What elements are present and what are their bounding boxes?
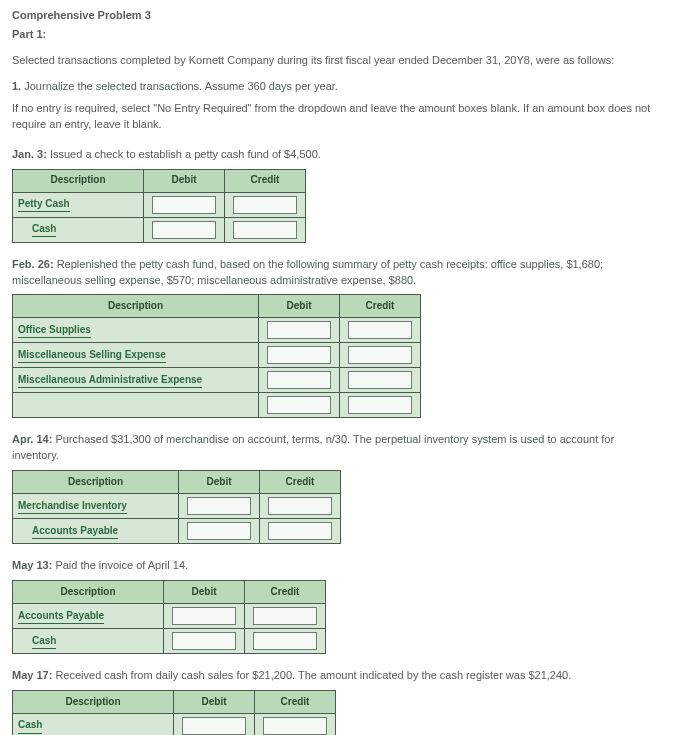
debit-input[interactable] <box>267 396 331 414</box>
col-debit: Debit <box>179 471 260 494</box>
step-1: 1. Journalize the selected transactions.… <box>12 79 662 95</box>
credit-cell <box>340 393 421 418</box>
account-name: Miscellaneous Administrative Expense <box>18 373 202 389</box>
credit-input[interactable] <box>268 497 332 515</box>
col-desc: Description <box>13 691 174 714</box>
debit-input[interactable] <box>267 371 331 389</box>
table-row <box>13 393 421 418</box>
debit-cell <box>164 604 245 629</box>
journal-table: DescriptionDebitCreditAccounts PayableCa… <box>12 580 326 654</box>
entry-date: Feb. 26: <box>12 258 54 270</box>
credit-cell <box>245 604 326 629</box>
credit-input[interactable] <box>348 371 412 389</box>
account-cell[interactable]: Miscellaneous Selling Expense <box>13 343 259 368</box>
col-debit: Debit <box>144 169 225 192</box>
account-cell[interactable]: Miscellaneous Administrative Expense <box>13 368 259 393</box>
entry-date: May 17: <box>12 669 52 681</box>
entry-text: Paid the invoice of April 14. <box>52 559 188 571</box>
account-name: Office Supplies <box>18 323 91 339</box>
col-credit: Credit <box>245 581 326 604</box>
journal-table: DescriptionDebitCreditMerchandise Invent… <box>12 470 341 544</box>
debit-input[interactable] <box>172 632 236 650</box>
account-name: Merchandise Inventory <box>18 499 127 515</box>
credit-cell <box>260 519 341 544</box>
debit-input[interactable] <box>172 607 236 625</box>
debit-cell <box>144 217 225 242</box>
table-row: Petty Cash <box>13 192 306 217</box>
col-credit: Credit <box>340 295 421 318</box>
entry-text: Replenished the petty cash fund, based o… <box>12 258 603 286</box>
account-cell[interactable]: Cash <box>13 629 164 654</box>
entry-text: Issued a check to establish a petty cash… <box>47 148 321 160</box>
credit-input[interactable] <box>253 632 317 650</box>
col-desc: Description <box>13 295 259 318</box>
debit-cell <box>259 368 340 393</box>
credit-cell <box>340 318 421 343</box>
credit-cell <box>340 368 421 393</box>
entry-text: Received cash from daily cash sales for … <box>52 669 571 681</box>
entry-date: Jan. 3: <box>12 148 47 160</box>
table-row: Merchandise Inventory <box>13 494 341 519</box>
debit-input[interactable] <box>182 717 246 735</box>
entry-description: Feb. 26: Replenished the petty cash fund… <box>12 257 662 289</box>
credit-input[interactable] <box>253 607 317 625</box>
debit-input[interactable] <box>152 221 216 239</box>
debit-input[interactable] <box>187 497 251 515</box>
table-row: Accounts Payable <box>13 604 326 629</box>
entry-date: May 13: <box>12 559 52 571</box>
journal-table: DescriptionDebitCreditCashCash Short and… <box>12 690 336 735</box>
step-1-text: Journalize the selected transactions. As… <box>21 80 338 92</box>
account-cell[interactable]: Merchandise Inventory <box>13 494 179 519</box>
col-credit: Credit <box>225 169 306 192</box>
credit-input[interactable] <box>233 221 297 239</box>
no-entry-instruction: If no entry is required, select "No Entr… <box>12 101 662 133</box>
credit-input[interactable] <box>263 717 327 735</box>
credit-cell <box>340 343 421 368</box>
account-cell[interactable]: Cash <box>13 217 144 242</box>
debit-input[interactable] <box>152 196 216 214</box>
account-cell[interactable]: Accounts Payable <box>13 519 179 544</box>
entry-date: Apr. 14: <box>12 433 52 445</box>
credit-input[interactable] <box>348 346 412 364</box>
entry-description: May 13: Paid the invoice of April 14. <box>12 558 662 574</box>
account-cell[interactable]: Petty Cash <box>13 192 144 217</box>
entry-description: Jan. 3: Issued a check to establish a pe… <box>12 147 662 163</box>
col-desc: Description <box>13 169 144 192</box>
table-row: Accounts Payable <box>13 519 341 544</box>
credit-cell <box>225 217 306 242</box>
account-cell[interactable]: Cash <box>13 714 174 735</box>
account-name: Cash <box>32 634 56 650</box>
account-cell[interactable]: Office Supplies <box>13 318 259 343</box>
entry-description: Apr. 14: Purchased $31,300 of merchandis… <box>12 432 662 464</box>
credit-input[interactable] <box>268 522 332 540</box>
problem-title: Comprehensive Problem 3 <box>12 8 662 24</box>
account-cell[interactable] <box>13 393 259 418</box>
credit-cell <box>245 629 326 654</box>
credit-cell <box>255 714 336 735</box>
account-name: Miscellaneous Selling Expense <box>18 348 166 364</box>
account-cell[interactable]: Accounts Payable <box>13 604 164 629</box>
credit-input[interactable] <box>348 321 412 339</box>
credit-cell <box>260 494 341 519</box>
debit-input[interactable] <box>267 321 331 339</box>
account-name: Petty Cash <box>18 197 70 213</box>
journal-table: DescriptionDebitCreditPetty CashCash <box>12 169 306 243</box>
account-name: Accounts Payable <box>18 609 104 625</box>
credit-input[interactable] <box>348 396 412 414</box>
debit-cell <box>259 318 340 343</box>
col-debit: Debit <box>259 295 340 318</box>
table-row: Miscellaneous Selling Expense <box>13 343 421 368</box>
debit-cell <box>179 494 260 519</box>
account-name: Cash <box>32 222 56 238</box>
col-credit: Credit <box>260 471 341 494</box>
entry-description: May 17: Received cash from daily cash sa… <box>12 668 662 684</box>
table-row: Cash <box>13 714 336 735</box>
table-row: Cash <box>13 217 306 242</box>
col-desc: Description <box>13 581 164 604</box>
debit-input[interactable] <box>187 522 251 540</box>
credit-input[interactable] <box>233 196 297 214</box>
col-credit: Credit <box>255 691 336 714</box>
debit-input[interactable] <box>267 346 331 364</box>
table-row: Miscellaneous Administrative Expense <box>13 368 421 393</box>
part-label: Part 1: <box>12 27 662 43</box>
